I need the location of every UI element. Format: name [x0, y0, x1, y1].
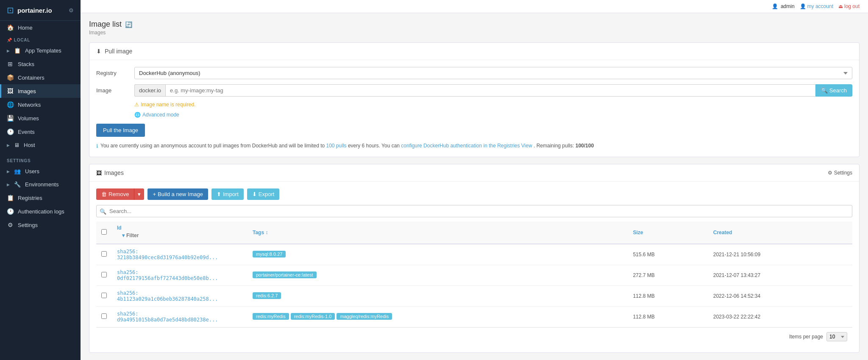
remove-dropdown-button[interactable]: ▾	[134, 188, 144, 200]
sidebar-item-app-templates[interactable]: ▶ 📋 App Templates	[0, 44, 81, 57]
chevron-right-icon2: ▶	[7, 143, 10, 147]
advanced-mode-link[interactable]: 🌐 Advanced mode	[134, 112, 852, 118]
gear-icon: ⚙	[828, 170, 832, 176]
download-icon: ⬇	[96, 48, 101, 55]
image-created: 2022-12-06 14:52:34	[708, 286, 852, 307]
export-button[interactable]: ⬇ Export	[247, 188, 280, 200]
sidebar-item-events[interactable]: 🕐 Events	[0, 125, 81, 138]
main-content: 👤 admin 👤 my account ⏏ log out Image lis…	[81, 0, 868, 360]
tag-badge[interactable]: portainer/portainer-ce:latest	[253, 271, 317, 278]
plus-icon: +	[153, 191, 156, 197]
image-tags: redis:6.2.7	[248, 286, 628, 307]
tag-badge[interactable]: redis:myRedis	[253, 313, 289, 320]
networks-icon: 🌐	[7, 101, 14, 108]
export-icon: ⬇	[252, 191, 257, 197]
filter-icon[interactable]: ▾	[122, 233, 125, 238]
log-out-link[interactable]: ⏏ log out	[838, 3, 860, 9]
sidebar-item-volumes[interactable]: 💾 Volumes	[0, 111, 81, 125]
topbar-user: 👤 admin	[772, 3, 795, 9]
remove-button-group: 🗑 Remove ▾	[96, 188, 144, 200]
search-box: 🔍	[96, 205, 852, 217]
info-icon: ℹ	[96, 142, 98, 150]
settings-section-label: SETTINGS	[0, 155, 81, 165]
registry-label: Registry	[96, 70, 134, 76]
sidebar-item-images[interactable]: 🖼 Images	[0, 84, 81, 98]
image-tags: portainer/portainer-ce:latest	[248, 265, 628, 286]
topbar-username: admin	[781, 3, 795, 9]
image-tags: mysql:8.0.27	[248, 244, 628, 265]
logout-icon: ⏏	[838, 3, 843, 9]
volumes-icon: 💾	[7, 115, 14, 122]
size-column-header: Size	[628, 222, 708, 244]
remove-button[interactable]: 🗑 Remove	[96, 188, 134, 200]
refresh-icon[interactable]: 🔄	[125, 21, 132, 28]
tag-badge[interactable]: maggleq/redis:myRedis	[337, 313, 392, 320]
image-input[interactable]	[165, 84, 815, 97]
sidebar-item-stacks[interactable]: ⊞ Stacks	[0, 57, 81, 71]
table-row: sha256: 0df02179156afbf727443d0be50e8b..…	[96, 265, 852, 286]
sidebar-item-users[interactable]: ▶ 👥 Users	[0, 165, 81, 178]
image-id[interactable]: sha256: d9a4951015b8a0d7ae5d48bd80238e..…	[112, 307, 248, 327]
sidebar-item-host[interactable]: ▶ 🖥 Host	[0, 138, 81, 152]
tag-badge[interactable]: redis:6.2.7	[253, 292, 281, 299]
settings-icon: ⚙	[7, 222, 14, 228]
globe-icon: 🌐	[134, 112, 141, 118]
pull-image-header: ⬇ Pull image	[89, 43, 859, 60]
tag-badge[interactable]: redis:myRedis-1.0	[291, 313, 335, 320]
pull-image-button[interactable]: Pull the Image	[96, 124, 145, 137]
sidebar-local-label: 📌 LOCAL	[0, 34, 81, 44]
import-icon: ⬆	[217, 191, 221, 197]
image-id[interactable]: sha256: 0df02179156afbf727443d0be50e8b..…	[112, 265, 248, 286]
build-new-image-button[interactable]: + Build a new Image	[147, 188, 208, 200]
sidebar-logo: ⊡ portainer.io ⚙	[0, 0, 81, 21]
row-checkbox[interactable]	[101, 313, 107, 319]
images-settings-link[interactable]: ⚙ Settings	[828, 170, 852, 176]
sidebar-item-containers[interactable]: 📦 Containers	[0, 71, 81, 84]
sidebar-item-registries[interactable]: 📋 Registries	[0, 191, 81, 205]
users-icon: 👥	[14, 168, 21, 174]
pin-icon: 📌	[7, 38, 12, 42]
page-title: Image list 🔄	[89, 20, 860, 29]
sidebar-config-icon[interactable]: ⚙	[69, 7, 74, 14]
row-checkbox[interactable]	[101, 251, 107, 257]
configure-dockerhub-link[interactable]: configure DockerHub authentication in th…	[401, 143, 532, 149]
sidebar-item-environments[interactable]: ▶ 🔧 Environments	[0, 178, 81, 191]
tag-badge[interactable]: mysql:8.0.27	[253, 251, 286, 258]
image-size: 112.8 MB	[628, 307, 708, 327]
search-button[interactable]: 🔍 Search	[815, 84, 852, 97]
host-icon: 🖥	[14, 142, 19, 148]
images-toolbar: 🗑 Remove ▾ + Build a new Image ⬆ Import	[96, 188, 852, 200]
pull-image-body: Registry DockerHub (anonymous)DockerHub …	[89, 60, 859, 157]
trash-icon: 🗑	[101, 191, 107, 197]
sidebar-item-auth-logs[interactable]: 🕐 Authentication logs	[0, 205, 81, 218]
user-circle-icon: 👤	[800, 3, 806, 9]
containers-icon: 📦	[7, 74, 14, 81]
warning-icon: ⚠	[134, 102, 139, 108]
sort-icon: ↕	[265, 230, 268, 235]
registries-icon: 📋	[7, 194, 14, 201]
registry-select[interactable]: DockerHub (anonymous)DockerHub (authenti…	[134, 67, 852, 79]
search-input[interactable]	[96, 205, 852, 217]
per-page-select[interactable]: 10 25 50 100	[826, 332, 847, 341]
table-row: sha256: 3218b38490cec8d31976a40b92e09d..…	[96, 244, 852, 265]
select-all-checkbox[interactable]	[101, 229, 107, 235]
my-account-link[interactable]: 👤 my account	[800, 3, 833, 9]
image-label: Image	[96, 87, 134, 94]
row-checkbox[interactable]	[101, 293, 107, 298]
image-id[interactable]: sha256: 4b1123a029a1c06beb36287840a258..…	[112, 286, 248, 307]
pull-image-card: ⬇ Pull image Registry DockerHub (anonymo…	[89, 42, 860, 157]
pull-info-text: ℹ You are currently using an anonymous a…	[96, 142, 852, 150]
image-prefix: docker.io	[134, 84, 165, 97]
sidebar-item-settings[interactable]: ⚙ Settings	[0, 218, 81, 232]
import-button[interactable]: ⬆ Import	[211, 188, 244, 200]
environments-icon: 🔧	[14, 181, 21, 188]
100-pulls-link[interactable]: 100 pulls	[326, 143, 347, 149]
portainer-logo-icon: ⊡	[7, 5, 14, 15]
tags-column-header[interactable]: Tags ↕	[248, 222, 628, 244]
sidebar-item-home[interactable]: 🏠 Home	[0, 21, 81, 34]
row-checkbox[interactable]	[101, 272, 107, 277]
images-list-card: 🖼 Images ⚙ Settings 🗑 Remove	[89, 164, 860, 353]
image-id[interactable]: sha256: 3218b38490cec8d31976a40b92e09d..…	[112, 244, 248, 265]
image-created: 2023-03-22 22:22:42	[708, 307, 852, 327]
sidebar-item-networks[interactable]: 🌐 Networks	[0, 98, 81, 111]
